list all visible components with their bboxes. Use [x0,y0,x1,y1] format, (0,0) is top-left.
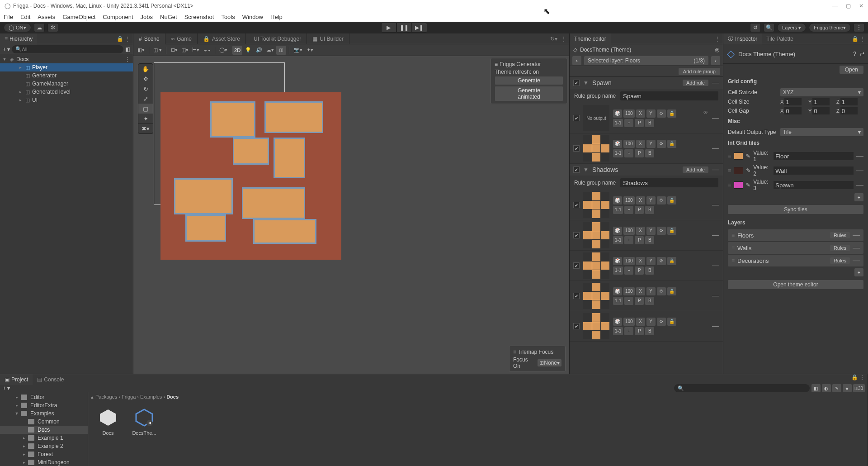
scene-tab-ui-builder[interactable]: ▦UI Builder [307,33,349,44]
rule-range[interactable]: 1-1 [613,206,623,214]
remove-layer-button[interactable]: — [853,257,860,265]
output-type-dropdown[interactable]: Tile▾ [780,128,863,136]
account-button[interactable]: ◯ ON ▾ [4,23,31,32]
inspector-tab[interactable]: ⓘ Inspector [723,33,762,44]
tile-name-input[interactable] [774,152,854,160]
rule-plus[interactable]: + [624,236,633,244]
lock-icon[interactable]: 🔒 ⋮ [117,36,133,42]
rule-dice-icon[interactable]: 🎲 [613,287,622,295]
rule-lock[interactable]: 🔒 [667,109,676,118]
remove-tile-button[interactable]: — [856,166,863,175]
scale-tool[interactable]: ⤢ [138,94,153,104]
layer-row[interactable]: ≡DecorationsRules— [728,255,863,266]
rule-plus[interactable]: + [624,327,633,335]
menu-window[interactable]: Window [242,14,263,20]
rule-enable-checkbox[interactable]: ✔ [573,323,580,329]
scene-refresh-icon[interactable]: ↻▾ [550,36,557,42]
scene-tab-asset-store[interactable]: 🔒Asset Store [198,33,246,44]
undo-history-icon[interactable]: ↺ [750,23,761,32]
tile-swatch[interactable] [734,167,743,174]
rule-range[interactable]: 1-1 [613,119,623,127]
project-tree-item[interactable]: ▸MiniDungeon [0,458,88,466]
add-tile-button[interactable]: + [854,193,863,201]
rule-pct[interactable]: 100 [623,196,635,204]
scene-tool-snap[interactable]: ◫▾ [180,46,190,55]
scene-camera-icon[interactable]: 📷▾ [292,46,304,55]
open-button[interactable]: Open [840,66,863,74]
rule-b[interactable]: B [645,266,654,275]
target-icon[interactable]: ◎ [715,47,719,53]
rule-dice-icon[interactable]: 🎲 [613,109,622,118]
rule-reload[interactable]: ⟳ [657,287,666,295]
scene-tool-grid[interactable]: ⊞▾ [169,46,179,55]
rule-b[interactable]: B [645,297,654,305]
project-tab[interactable]: ▣ Project [0,374,33,385]
project-tree-item[interactable]: ▸Forest [0,450,88,458]
rule-p[interactable]: P [635,327,644,335]
project-tree-item[interactable]: ▸Example 2 [0,442,88,450]
project-tree-item[interactable]: ▼Examples [0,409,88,418]
rule-b[interactable]: B [645,119,654,127]
remove-tile-button[interactable]: — [856,181,863,189]
rule-reload[interactable]: ⟳ [657,227,666,235]
rule-pct[interactable]: 100 [623,287,635,295]
menu-assets[interactable]: Assets [38,14,55,20]
filter-icon-1[interactable]: ◧ [811,384,821,392]
eye-icon[interactable]: 👁 [703,109,708,118]
rule-dice-icon[interactable]: 🎲 [613,196,622,204]
project-add[interactable]: + ▾ [3,385,10,391]
hierarchy-item[interactable]: ▸◫Player [0,63,133,71]
rule-enable-checkbox[interactable]: ✔ [573,145,580,152]
rule-lock[interactable]: 🔒 [667,140,676,148]
scene-hidden-icon[interactable]: 👁̸ [276,46,286,55]
group-enable-checkbox[interactable]: ✔ [573,166,580,173]
rule-y[interactable]: Y [646,140,656,148]
rule-p[interactable]: P [635,297,644,305]
rule-enable-checkbox[interactable]: ✔ [573,202,580,208]
rule-b[interactable]: B [645,327,654,335]
scene-viewport[interactable]: ✋ ✥ ↻ ⤢ ▢ ✦ ✖▾ ≡Frigga Generator Theme r… [133,56,569,374]
project-tree-item[interactable]: ▸EditorExtra [0,401,88,409]
remove-layer-button[interactable]: — [853,231,860,239]
rule-pct[interactable]: 100 [623,318,635,326]
layer-rules-button[interactable]: Rules [830,257,850,264]
rule-b[interactable]: B [645,149,654,157]
more-icon[interactable]: ⋮ [854,23,864,32]
hierarchy-item[interactable]: ◫GameManager [0,80,133,88]
scene-audio-icon[interactable]: 🔊 [254,46,264,55]
rule-enable-checkbox[interactable]: ✔ [573,232,580,238]
rule-y[interactable]: Y [646,109,656,118]
rule-enable-checkbox[interactable]: ✔ [573,262,580,269]
project-tree-item[interactable]: ▸Editor [0,393,88,401]
add-button[interactable]: + ▾ [3,46,10,52]
rule-x[interactable]: X [636,196,645,204]
add-rule-button[interactable]: Add rule [683,166,708,173]
group-name-input[interactable] [620,178,718,187]
group-name-input[interactable] [620,91,718,100]
rule-range[interactable]: 1-1 [613,327,623,335]
step-button[interactable]: ▶❚ [412,23,427,33]
rule-enable-checkbox[interactable]: ✔ [573,115,580,121]
generate-button[interactable]: Generate [495,76,563,85]
rule-y[interactable]: Y [646,257,656,265]
add-layer-button[interactable]: + [854,268,863,276]
rule-p[interactable]: P [635,236,644,244]
rule-dice-icon[interactable]: 🎲 [613,140,622,148]
scene-tool-magnet[interactable]: ⫟▾ [202,46,212,55]
rule-pct[interactable]: 100 [623,109,635,118]
rule-b[interactable]: B [645,206,654,214]
scene-tool-cube[interactable]: ◫ ▾ [152,46,163,55]
rule-plus[interactable]: + [624,266,633,275]
rule-x[interactable]: X [636,109,645,118]
selected-layer[interactable]: Selected layer: Floors (1/3) [584,56,708,65]
scene-tab-game[interactable]: ∞Game [165,33,198,44]
rule-pct[interactable]: 100 [623,227,635,235]
project-tree-item[interactable]: Docs [0,426,88,434]
hierarchy-item[interactable]: ▸◫Generated level [0,88,133,96]
play-button[interactable]: ▶ [381,23,396,33]
rule-x[interactable]: X [636,227,645,235]
rule-y[interactable]: Y [646,318,656,326]
size-z[interactable] [840,98,858,105]
scene-2d-button[interactable]: 2D [232,46,242,55]
remove-rule-button[interactable]: — [712,231,719,239]
